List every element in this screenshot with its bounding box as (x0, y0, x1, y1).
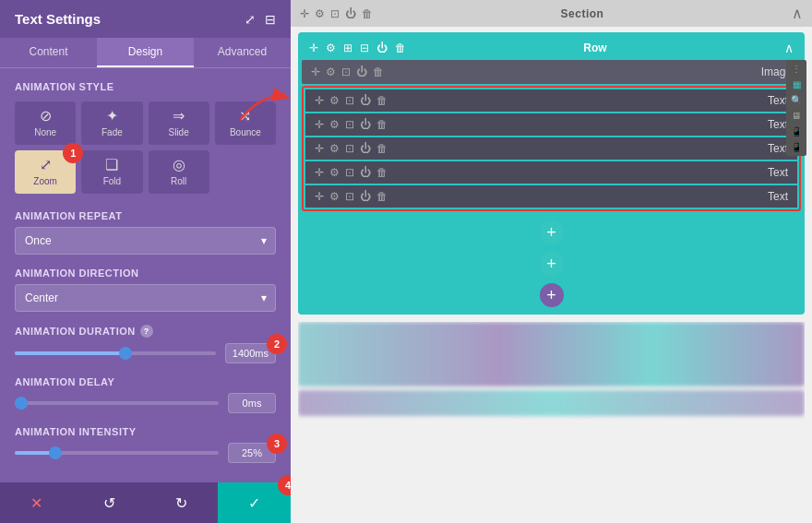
t2-duplicate-icon[interactable]: ⊡ (345, 142, 354, 155)
bottom-preview-2 (298, 390, 805, 416)
section-top-bar: ✛ ⚙ ⊡ ⏻ 🗑 Section ∧ (291, 0, 812, 27)
t4-duplicate-icon[interactable]: ⊡ (345, 190, 354, 203)
row-settings-icon[interactable]: ⚙ (326, 42, 336, 54)
text-row-4: ✛ ⚙ ⊡ ⏻ 🗑 Text (305, 185, 797, 208)
anim-btn-zoom[interactable]: ⤢ Zoom 1 (15, 150, 76, 194)
right-content-area: ✛ ⚙ ⊞ ⊟ ⏻ 🗑 Row ∧ ✛ ⚙ ⊡ (291, 27, 812, 322)
row-columns-icon[interactable]: ⊟ (360, 42, 369, 54)
img-move-icon[interactable]: ✛ (311, 65, 320, 78)
animation-repeat-select[interactable]: Once Loop Twice (15, 227, 276, 255)
anim-btn-none[interactable]: ⊘ None (15, 101, 76, 145)
section-power-icon[interactable]: ⏻ (345, 7, 356, 20)
mini-mobile-icon[interactable]: 📱 (791, 142, 802, 152)
animation-intensity-thumb[interactable] (49, 446, 62, 459)
reset-button[interactable]: ↺ (73, 482, 146, 523)
t4-power-icon[interactable]: ⏻ (360, 190, 371, 203)
animation-duration-thumb[interactable] (119, 347, 132, 360)
t3-delete-icon[interactable]: 🗑 (376, 166, 388, 179)
text-label-4: Text (768, 190, 788, 203)
mini-desktop-icon[interactable]: 🖥 (792, 111, 801, 121)
tab-design[interactable]: Design (97, 38, 194, 67)
t1-duplicate-icon[interactable]: ⊡ (345, 118, 354, 131)
section-bar-left-icons: ✛ ⚙ ⊡ ⏻ 🗑 (300, 7, 373, 20)
t0-move-icon[interactable]: ✛ (315, 94, 324, 107)
add-element-button-1[interactable]: + (540, 220, 564, 244)
t1-delete-icon[interactable]: 🗑 (376, 118, 388, 131)
t0-duplicate-icon[interactable]: ⊡ (345, 94, 354, 107)
animation-delay-thumb[interactable] (15, 397, 28, 410)
animation-repeat-group: Animation Repeat Once Loop Twice (15, 210, 276, 255)
section-delete-icon[interactable]: 🗑 (362, 7, 373, 20)
row-bar-left: ✛ ⚙ ⊞ ⊟ ⏻ 🗑 (309, 42, 406, 54)
mini-right-panel: ⋮ ▦ 🔍 🖥 📱 📱 (786, 60, 806, 156)
row-power-icon[interactable]: ⏻ (376, 42, 388, 54)
anim-btn-roll[interactable]: ◎ Roll (149, 150, 209, 194)
row-delete-icon[interactable]: 🗑 (395, 42, 406, 54)
t3-settings-icon[interactable]: ⚙ (329, 166, 340, 179)
img-settings-icon[interactable]: ⚙ (326, 65, 336, 78)
badge-3: 3 (267, 434, 287, 454)
row-collapse-icon[interactable]: ∧ (784, 41, 794, 55)
panel-body: Animation Style ⊘ None ✦ Fade ⇒ Slide (0, 68, 291, 482)
mini-search-icon[interactable]: 🔍 (791, 95, 802, 105)
t2-delete-icon[interactable]: 🗑 (376, 142, 388, 155)
animation-delay-value: 0ms (228, 393, 276, 413)
columns-icon[interactable]: ⊟ (265, 12, 276, 27)
t2-power-icon[interactable]: ⏻ (360, 142, 371, 155)
t1-move-icon[interactable]: ✛ (315, 118, 324, 131)
add-buttons-row: + (302, 217, 801, 248)
t2-move-icon[interactable]: ✛ (315, 142, 324, 155)
expand-icon[interactable]: ⤢ (245, 12, 256, 27)
animation-duration-slider-row: 1400ms 2 (15, 343, 276, 363)
section-settings-icon[interactable]: ⚙ (315, 7, 325, 20)
none-label: None (34, 127, 56, 137)
section-duplicate-icon[interactable]: ⊡ (330, 7, 340, 20)
t1-power-icon[interactable]: ⏻ (360, 118, 371, 131)
roll-icon: ◎ (173, 158, 185, 172)
t0-power-icon[interactable]: ⏻ (360, 94, 371, 107)
t4-settings-icon[interactable]: ⚙ (329, 190, 340, 203)
animation-delay-track (15, 401, 219, 405)
zoom-icon: ⤢ (40, 158, 52, 172)
t0-delete-icon[interactable]: 🗑 (376, 94, 388, 107)
row-duplicate-icon[interactable]: ⊞ (343, 42, 352, 54)
animation-intensity-group: Animation Intensity 25% 3 (15, 426, 276, 463)
img-duplicate-icon[interactable]: ⊡ (341, 65, 351, 78)
t0-settings-icon[interactable]: ⚙ (329, 94, 340, 107)
t1-settings-icon[interactable]: ⚙ (329, 118, 340, 131)
t2-settings-icon[interactable]: ⚙ (329, 142, 340, 155)
add-element-button-2[interactable]: + (540, 252, 564, 276)
add-section-button[interactable]: + (540, 283, 564, 307)
img-power-icon[interactable]: ⏻ (356, 65, 367, 78)
anim-btn-fold[interactable]: ❏ Fold (81, 150, 142, 194)
text-row-3: ✛ ⚙ ⊡ ⏻ 🗑 Text (305, 161, 797, 184)
mini-more-icon[interactable]: ⋮ (792, 64, 801, 74)
t3-move-icon[interactable]: ✛ (315, 166, 324, 179)
save-button[interactable]: ✓ 4 (218, 482, 291, 523)
t4-move-icon[interactable]: ✛ (315, 190, 324, 203)
cancel-button[interactable]: ✕ (0, 482, 73, 523)
section-collapse-icon[interactable]: ∧ (792, 5, 803, 22)
mini-tablet-icon[interactable]: 📱 (791, 126, 802, 137)
row-move-icon[interactable]: ✛ (309, 42, 318, 54)
text-label-1: Text (768, 118, 788, 131)
image-element-bar: ✛ ⚙ ⊡ ⏻ 🗑 Image (302, 60, 801, 84)
t3-power-icon[interactable]: ⏻ (360, 166, 371, 179)
t3-duplicate-icon[interactable]: ⊡ (345, 166, 354, 179)
t4-delete-icon[interactable]: 🗑 (376, 190, 388, 203)
text-row-1: ✛ ⚙ ⊡ ⏻ 🗑 Text (305, 113, 797, 136)
redo-button[interactable]: ↻ (146, 482, 219, 523)
elements-container: ✛ ⚙ ⊡ ⏻ 🗑 Image ✛ ⚙ ⊡ (302, 60, 801, 211)
duration-help-icon[interactable]: ? (140, 325, 153, 338)
mini-grid-icon[interactable]: ▦ (793, 79, 801, 89)
img-delete-icon[interactable]: 🗑 (373, 65, 384, 78)
section-move-icon[interactable]: ✛ (300, 7, 309, 20)
anim-btn-slide[interactable]: ⇒ Slide (149, 101, 209, 145)
text-label-0: Text (768, 94, 788, 107)
anim-btn-fade[interactable]: ✦ Fade (81, 101, 142, 145)
tab-advanced[interactable]: Advanced (194, 38, 291, 67)
tab-content[interactable]: Content (0, 38, 97, 67)
text-label-2: Text (768, 142, 788, 155)
left-panel: Text Settings ⤢ ⊟ Content Design Advance… (0, 0, 291, 523)
animation-direction-select[interactable]: Center Left Right Top Bottom (15, 284, 276, 312)
